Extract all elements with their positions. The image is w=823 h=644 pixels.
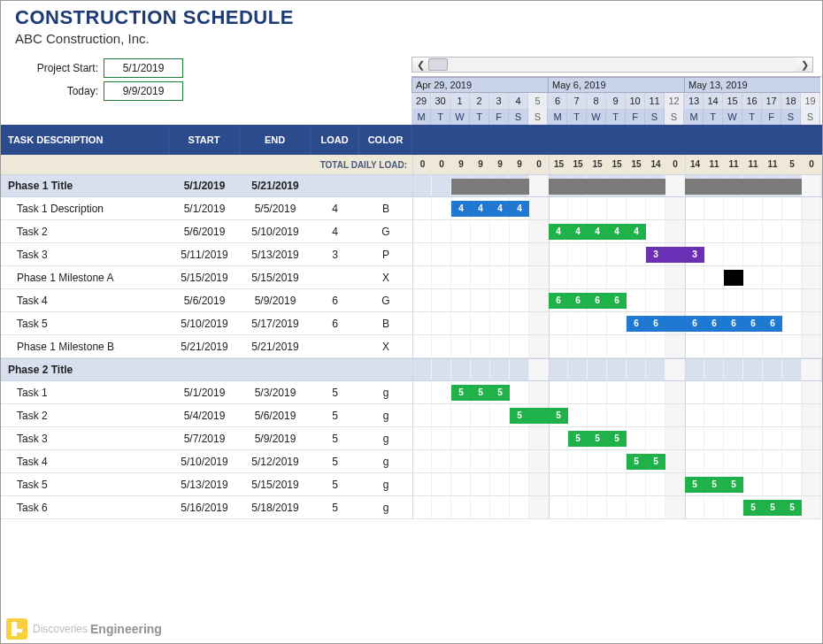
phase-row[interactable]: Phase 1 Title5/1/20195/21/2019 (1, 174, 822, 197)
calendar-day-number: 11 (645, 93, 665, 109)
gantt-bar[interactable]: 555 (685, 477, 743, 493)
calendar-day-number: 18 (781, 93, 801, 109)
task-end: 5/21/2019 (240, 175, 311, 196)
task-end: 5/17/2019 (240, 312, 311, 334)
task-end: 5/9/2019 (240, 289, 311, 311)
gantt-bar[interactable]: 6666666 (627, 316, 782, 332)
task-description: Task 4 (1, 289, 169, 311)
page-title: CONSTRUCTION SCHEDULE (1, 1, 822, 29)
calendar-dow: W (723, 109, 742, 125)
task-row[interactable]: Task 15/1/20195/3/20195g555 (1, 381, 822, 404)
daily-load-value: 11 (763, 155, 782, 174)
task-start: 5/21/2019 (169, 335, 240, 357)
gantt-bar[interactable]: 555 (451, 385, 510, 401)
task-row[interactable]: Task 25/4/20195/6/20195g55 (1, 404, 822, 427)
gantt-area: 6666 (412, 289, 822, 311)
gantt-bar[interactable]: 6666 (549, 293, 627, 309)
scroll-left-button[interactable]: ❮ (412, 57, 429, 73)
calendar-dow: W (450, 109, 470, 125)
task-description: Task 4 (1, 450, 169, 472)
gantt-bar[interactable] (685, 179, 802, 195)
task-description: Phase 2 Title (1, 359, 169, 380)
task-start: 5/1/2019 (169, 381, 240, 403)
phase-row[interactable]: Phase 2 Title (1, 358, 822, 381)
task-row[interactable]: Task 35/11/20195/13/20193P33 (1, 243, 822, 266)
calendar-day-number: 5 (528, 93, 548, 109)
gantt-bar[interactable]: 555 (743, 500, 802, 516)
task-description: Phase 1 Milestone B (1, 335, 169, 357)
calendar-day-number: 14 (704, 93, 723, 109)
logo-word2: Engineering (90, 622, 162, 636)
task-color: G (359, 289, 412, 311)
scroll-thumb[interactable] (428, 58, 448, 71)
calendar-day-number: 2 (470, 93, 489, 109)
task-row[interactable]: Task 45/6/20195/9/20196G6666 (1, 289, 822, 312)
task-load: 3 (311, 243, 359, 265)
calendar-day-number: 3 (489, 93, 509, 109)
today-input[interactable]: 9/9/2019 (104, 81, 183, 101)
calendar-dow: F (489, 109, 509, 125)
calendar-day-number: 10 (626, 93, 645, 109)
task-row[interactable]: Phase 1 Milestone B5/21/20195/21/2019X (1, 335, 822, 358)
task-start: 5/6/2019 (169, 220, 240, 242)
column-header-row: TASK DESCRIPTION START END LOAD COLOR (1, 125, 822, 155)
task-load: 6 (311, 312, 359, 334)
task-description: Task 5 (1, 312, 169, 334)
task-row[interactable]: Task 1 Description5/1/20195/5/20194B4444 (1, 197, 822, 220)
calendar-dow: T (704, 109, 723, 125)
gantt-bar[interactable] (451, 179, 529, 195)
task-rows: Phase 1 Title5/1/20195/21/2019Task 1 Des… (1, 174, 822, 519)
daily-load-value: 11 (704, 155, 724, 174)
task-row[interactable]: Task 55/10/20195/17/20196B6666666 (1, 312, 822, 335)
task-color: X (359, 335, 412, 357)
task-end: 5/15/2019 (240, 473, 311, 495)
calendar-day-number: 8 (587, 93, 606, 109)
daily-load-value: 9 (471, 155, 490, 174)
task-row[interactable]: Task 35/7/20195/9/20195g555 (1, 427, 822, 450)
gantt-bar[interactable] (549, 179, 665, 195)
gantt-bar[interactable]: 33 (646, 247, 704, 263)
calendar-day-number: 29 (412, 93, 431, 109)
date-scrollbar[interactable]: ❮ ❯ (412, 53, 822, 76)
task-color: g (359, 427, 412, 449)
total-daily-load-label: TOTAL DAILY LOAD: (1, 160, 412, 170)
gantt-area: 555 (412, 496, 822, 518)
gantt-area: 33 (412, 243, 822, 265)
gantt-area: 55 (412, 404, 822, 426)
daily-load-value: 15 (627, 155, 646, 174)
gantt-bar[interactable]: 55 (627, 454, 665, 470)
calendar-strip: Apr 29, 2019May 6, 2019May 13, 201929301… (412, 76, 822, 125)
scroll-right-button[interactable]: ❯ (796, 57, 813, 73)
task-load: 5 (311, 381, 359, 403)
gantt-bar[interactable] (724, 270, 743, 286)
gantt-bar[interactable]: 555 (568, 431, 627, 447)
scroll-track[interactable] (428, 57, 796, 73)
task-color: G (359, 220, 412, 242)
task-load: 4 (311, 220, 359, 242)
task-description: Task 2 (1, 220, 169, 242)
task-row[interactable]: Task 45/10/20195/12/20195g55 (1, 450, 822, 473)
calendar-day-number: 15 (723, 93, 742, 109)
task-load (311, 175, 359, 196)
task-row[interactable]: Task 25/6/20195/10/20194G44444 (1, 220, 822, 243)
col-header-task: TASK DESCRIPTION (1, 125, 169, 155)
task-row[interactable]: Task 55/13/20195/15/20195g555 (1, 473, 822, 496)
calendar-dow: T (567, 109, 587, 125)
task-load: 5 (311, 496, 359, 518)
task-end: 5/10/2019 (240, 220, 311, 242)
gantt-bar[interactable]: 44444 (549, 224, 646, 240)
calendar-dow: T (606, 109, 626, 125)
task-start: 5/16/2019 (169, 496, 240, 518)
gantt-area: 555 (412, 427, 822, 449)
task-row[interactable]: Phase 1 Milestone A5/15/20195/15/2019X (1, 266, 822, 289)
gantt-bar[interactable]: 4444 (451, 201, 529, 217)
daily-load-value: 0 (802, 155, 821, 174)
task-color: g (359, 473, 412, 495)
daily-load-value: 5 (782, 155, 802, 174)
task-end: 5/12/2019 (240, 450, 311, 472)
project-start-input[interactable]: 5/1/2019 (104, 58, 183, 78)
task-load: 5 (311, 473, 359, 495)
gantt-bar[interactable]: 55 (510, 408, 568, 424)
task-load (311, 359, 359, 380)
task-row[interactable]: Task 65/16/20195/18/20195g555 (1, 496, 822, 519)
